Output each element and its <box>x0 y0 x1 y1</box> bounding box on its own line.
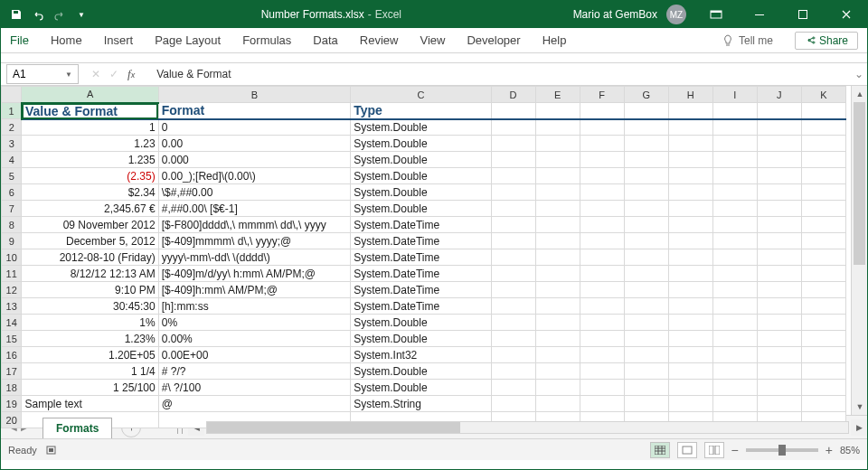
avatar[interactable]: MZ <box>666 5 686 24</box>
cell-J16[interactable] <box>757 347 801 363</box>
cell-E15[interactable] <box>535 331 580 347</box>
cell-A14[interactable]: 1% <box>22 315 158 331</box>
cell-E3[interactable] <box>535 136 580 152</box>
cell-B6[interactable]: \$#,##0.00 <box>158 184 351 201</box>
undo-icon[interactable] <box>30 6 46 23</box>
col-header-G[interactable]: G <box>624 87 668 103</box>
cell-I2[interactable] <box>712 119 757 136</box>
cell-G8[interactable] <box>624 217 668 233</box>
cell-I19[interactable] <box>712 396 757 412</box>
cell-D17[interactable] <box>491 363 535 380</box>
tab-help[interactable]: Help <box>542 33 567 47</box>
row-header-13[interactable]: 13 <box>2 298 22 315</box>
cell-D2[interactable] <box>491 119 535 136</box>
cell-A1[interactable]: Value & Format <box>22 103 158 119</box>
cell-E14[interactable] <box>535 315 580 331</box>
cell-F17[interactable] <box>580 363 624 380</box>
cell-E12[interactable] <box>535 282 580 298</box>
ribbon-options-icon[interactable] <box>695 1 737 28</box>
cell-J5[interactable] <box>757 168 801 184</box>
cell-D13[interactable] <box>491 298 535 315</box>
cell-B9[interactable]: [$-409]mmmm\ d\,\ yyyy;@ <box>158 233 351 249</box>
cell-J19[interactable] <box>757 396 801 412</box>
col-header-J[interactable]: J <box>757 87 801 103</box>
cell-I11[interactable] <box>712 266 757 282</box>
cell-G4[interactable] <box>624 152 668 168</box>
cell-K12[interactable] <box>801 282 845 298</box>
cell-I8[interactable] <box>712 217 757 233</box>
cell-H8[interactable] <box>668 217 712 233</box>
cell-J15[interactable] <box>757 331 801 347</box>
cell-H6[interactable] <box>668 184 712 201</box>
cell-E2[interactable] <box>535 119 580 136</box>
scroll-down-icon[interactable]: ▼ <box>852 399 868 415</box>
cell-J7[interactable] <box>757 201 801 217</box>
cell-E16[interactable] <box>535 347 580 363</box>
cell-A6[interactable]: $2.34 <box>22 184 158 201</box>
col-header-F[interactable]: F <box>580 87 624 103</box>
cell-I3[interactable] <box>712 136 757 152</box>
cell-F10[interactable] <box>580 249 624 266</box>
row-header-9[interactable]: 9 <box>2 233 22 249</box>
cell-B18[interactable]: #\ ?/100 <box>158 380 351 396</box>
zoom-level[interactable]: 85% <box>840 445 860 456</box>
cell-J6[interactable] <box>757 184 801 201</box>
cell-J12[interactable] <box>757 282 801 298</box>
cell-H14[interactable] <box>668 315 712 331</box>
cell-F9[interactable] <box>580 233 624 249</box>
cell-E5[interactable] <box>535 168 580 184</box>
cell-I7[interactable] <box>712 201 757 217</box>
cell-J18[interactable] <box>757 380 801 396</box>
cell-F8[interactable] <box>580 217 624 233</box>
row-header-7[interactable]: 7 <box>2 201 22 217</box>
chevron-down-icon[interactable]: ▼ <box>65 70 72 79</box>
qat-dropdown-icon[interactable]: ▼ <box>73 6 90 23</box>
cell-C3[interactable]: System.Double <box>351 136 491 152</box>
cell-H9[interactable] <box>668 233 712 249</box>
cell-E13[interactable] <box>535 298 580 315</box>
cell-K6[interactable] <box>801 184 845 201</box>
cell-C4[interactable]: System.Double <box>351 152 491 168</box>
col-header-I[interactable]: I <box>712 87 757 103</box>
cell-D6[interactable] <box>491 184 535 201</box>
cell-E9[interactable] <box>535 233 580 249</box>
cell-D11[interactable] <box>491 266 535 282</box>
maximize-button[interactable] <box>782 1 824 28</box>
cell-H15[interactable] <box>668 331 712 347</box>
row-header-10[interactable]: 10 <box>2 249 22 266</box>
cell-K5[interactable] <box>801 168 845 184</box>
cell-I12[interactable] <box>712 282 757 298</box>
cell-F5[interactable] <box>580 168 624 184</box>
cell-E1[interactable] <box>535 103 580 119</box>
cell-K1[interactable] <box>801 103 845 119</box>
cell-A8[interactable]: 09 November 2012 <box>22 217 158 233</box>
row-header-17[interactable]: 17 <box>2 363 22 380</box>
cell-F18[interactable] <box>580 380 624 396</box>
cell-A18[interactable]: 1 25/100 <box>22 380 158 396</box>
cell-F2[interactable] <box>580 119 624 136</box>
zoom-in-button[interactable]: + <box>826 443 833 457</box>
cell-K16[interactable] <box>801 347 845 363</box>
cell-A2[interactable]: 1 <box>22 119 158 136</box>
cell-K18[interactable] <box>801 380 845 396</box>
cell-B11[interactable]: [$-409]m/d/yy\ h:mm\ AM/PM;@ <box>158 266 351 282</box>
cell-A19[interactable]: Sample text <box>22 396 158 412</box>
select-all-corner[interactable] <box>2 87 22 103</box>
cell-G3[interactable] <box>624 136 668 152</box>
cell-K4[interactable] <box>801 152 845 168</box>
cell-G19[interactable] <box>624 396 668 412</box>
formula-input[interactable]: Value & Format <box>147 68 851 80</box>
cell-E6[interactable] <box>535 184 580 201</box>
cell-D15[interactable] <box>491 331 535 347</box>
cell-F16[interactable] <box>580 347 624 363</box>
cell-G9[interactable] <box>624 233 668 249</box>
cell-D5[interactable] <box>491 168 535 184</box>
row-header-12[interactable]: 12 <box>2 282 22 298</box>
sheet-tab-formats[interactable]: Formats <box>42 418 112 438</box>
cell-C14[interactable]: System.Double <box>351 315 491 331</box>
cell-B12[interactable]: [$-409]h:mm\ AM/PM;@ <box>158 282 351 298</box>
cell-J10[interactable] <box>757 249 801 266</box>
cell-G2[interactable] <box>624 119 668 136</box>
row-header-3[interactable]: 3 <box>2 136 22 152</box>
cell-G12[interactable] <box>624 282 668 298</box>
